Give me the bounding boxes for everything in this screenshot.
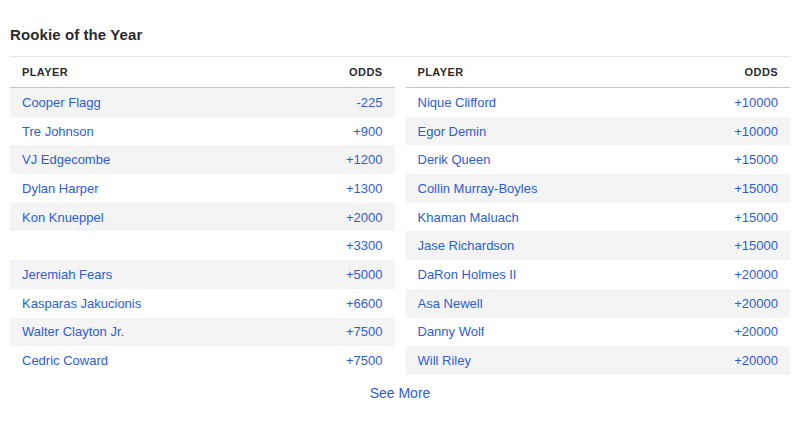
- table-row[interactable]: Kasparas Jakucionis +6600: [10, 289, 395, 318]
- table-row[interactable]: Dylan Harper +1300: [10, 174, 395, 203]
- table-header-row: PLAYER ODDS: [406, 57, 791, 88]
- table-row[interactable]: Kon Knueppel +2000: [10, 203, 395, 232]
- table-body: Nique Clifford +10000 Egor Demin +10000 …: [406, 88, 791, 375]
- odds-value[interactable]: +900: [353, 124, 382, 139]
- table-row[interactable]: Danny Wolf +20000: [406, 318, 791, 347]
- odds-value[interactable]: +20000: [734, 296, 778, 311]
- odds-value[interactable]: +7500: [346, 324, 383, 339]
- table-row[interactable]: Jeremiah Fears +5000: [10, 260, 395, 289]
- table-row[interactable]: Derik Queen +15000: [406, 145, 791, 174]
- player-name-link[interactable]: Will Riley: [418, 353, 471, 368]
- odds-value[interactable]: +6600: [346, 296, 383, 311]
- table-row[interactable]: Asa Newell +20000: [406, 289, 791, 318]
- table-row[interactable]: Nique Clifford +10000: [406, 88, 791, 117]
- player-name-link[interactable]: Asa Newell: [418, 296, 483, 311]
- odds-value[interactable]: +20000: [734, 353, 778, 368]
- table-row[interactable]: Walter Clayton Jr. +7500: [10, 318, 395, 347]
- odds-value[interactable]: +20000: [734, 324, 778, 339]
- table-row[interactable]: Cedric Coward +7500: [10, 346, 395, 375]
- player-name-link[interactable]: Egor Demin: [418, 124, 487, 139]
- odds-value[interactable]: +15000: [734, 238, 778, 253]
- table-row[interactable]: Collin Murray-Boyles +15000: [406, 174, 791, 203]
- odds-value[interactable]: +15000: [734, 210, 778, 225]
- player-name-link[interactable]: Nique Clifford: [418, 95, 497, 110]
- player-name-link[interactable]: Danny Wolf: [418, 324, 485, 339]
- odds-value[interactable]: +5000: [346, 267, 383, 282]
- player-name-link[interactable]: Tre Johnson: [22, 124, 94, 139]
- player-name-link[interactable]: VJ Edgecombe: [22, 152, 110, 167]
- odds-value[interactable]: +7500: [346, 353, 383, 368]
- odds-tables: PLAYER ODDS Cooper Flagg -225 Tre Johnso…: [10, 56, 790, 375]
- table-row[interactable]: VJ Edgecombe +1200: [10, 145, 395, 174]
- player-name-link[interactable]: DaRon Holmes II: [418, 267, 517, 282]
- table-body: Cooper Flagg -225 Tre Johnson +900 VJ Ed…: [10, 88, 395, 375]
- odds-value[interactable]: +1200: [346, 152, 383, 167]
- odds-value[interactable]: +20000: [734, 267, 778, 282]
- player-name-link[interactable]: Kasparas Jakucionis: [22, 296, 141, 311]
- odds-value[interactable]: +15000: [734, 181, 778, 196]
- table-row[interactable]: Cooper Flagg -225: [10, 88, 395, 117]
- player-name-link[interactable]: Jeremiah Fears: [22, 267, 112, 282]
- player-name-link[interactable]: Cedric Coward: [22, 353, 108, 368]
- table-row[interactable]: Egor Demin +10000: [406, 117, 791, 146]
- odds-column-header: ODDS: [745, 66, 778, 78]
- player-name-link[interactable]: Jase Richardson: [418, 238, 515, 253]
- table-row[interactable]: Tre Johnson +900: [10, 117, 395, 146]
- page-title: Rookie of the Year: [10, 26, 790, 43]
- odds-table-right: PLAYER ODDS Nique Clifford +10000 Egor D…: [406, 57, 791, 375]
- odds-value[interactable]: +1300: [346, 181, 383, 196]
- table-header-row: PLAYER ODDS: [10, 57, 395, 88]
- player-name-link[interactable]: Derik Queen: [418, 152, 491, 167]
- player-name-link[interactable]: Collin Murray-Boyles: [418, 181, 538, 196]
- odds-value[interactable]: +15000: [734, 152, 778, 167]
- odds-value[interactable]: +10000: [734, 95, 778, 110]
- odds-table-left: PLAYER ODDS Cooper Flagg -225 Tre Johnso…: [10, 57, 395, 375]
- player-column-header: PLAYER: [418, 66, 464, 78]
- see-more-link[interactable]: See More: [370, 385, 431, 401]
- odds-column-header: ODDS: [349, 66, 382, 78]
- odds-value[interactable]: -225: [356, 95, 382, 110]
- table-row[interactable]: Will Riley +20000: [406, 346, 791, 375]
- player-name-link[interactable]: Kon Knueppel: [22, 210, 104, 225]
- table-row[interactable]: +3300: [10, 231, 395, 260]
- see-more-bar: See More: [10, 384, 790, 402]
- table-row[interactable]: Khaman Maluach +15000: [406, 203, 791, 232]
- table-row[interactable]: Jase Richardson +15000: [406, 231, 791, 260]
- player-name-link[interactable]: Dylan Harper: [22, 181, 99, 196]
- odds-value[interactable]: +3300: [346, 238, 383, 253]
- rookie-of-the-year-section: Rookie of the Year PLAYER ODDS Cooper Fl…: [0, 26, 800, 402]
- odds-value[interactable]: +2000: [346, 210, 383, 225]
- table-row[interactable]: DaRon Holmes II +20000: [406, 260, 791, 289]
- odds-value[interactable]: +10000: [734, 124, 778, 139]
- player-column-header: PLAYER: [22, 66, 68, 78]
- player-name-link[interactable]: Cooper Flagg: [22, 95, 101, 110]
- player-name-link[interactable]: Khaman Maluach: [418, 210, 519, 225]
- player-name-link[interactable]: Walter Clayton Jr.: [22, 324, 124, 339]
